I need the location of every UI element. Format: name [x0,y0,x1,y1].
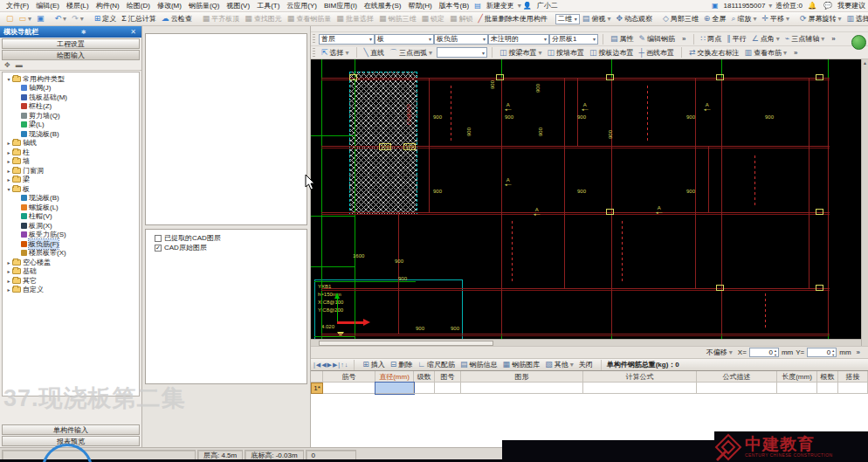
drag-handle[interactable] [313,34,315,44]
rebar-关闭[interactable]: 关闭 [576,359,596,370]
tree-expander[interactable]: ▸ [5,158,12,164]
view-select-floor[interactable]: ▥选择楼层 [844,13,868,24]
tree-expander[interactable]: ▸ [5,149,12,155]
ribbon-dropdown-板[interactable]: 板▾ [375,34,434,45]
rebar-缩尺配筋[interactable]: ∟缩尺配筋 [415,359,458,370]
tree-expander[interactable]: ▸ [5,168,12,174]
place-按梁布置[interactable]: ◫按梁布置▾ [497,47,545,59]
overflow-chevron[interactable]: » [682,35,685,43]
col-图形[interactable]: 图形 [461,371,583,383]
tree-expander[interactable]: ▾ [5,76,12,82]
tree-item-其它[interactable]: ▸其它 [3,276,139,286]
col-搭接[interactable]: 搭接 [838,371,868,383]
toolbar-new[interactable]: ▢ [3,14,17,24]
coordbar-overflow[interactable]: » [857,348,860,356]
select-tool-button[interactable]: ⇱选择▾ [319,47,352,59]
cell-长度(mm)[interactable] [777,383,817,394]
account-phone[interactable]: 18111955007 [724,2,766,10]
menu-在线服务(S)[interactable]: 在线服务(S) [361,2,405,10]
tree-expander[interactable]: ▸ [5,268,12,274]
cell-根数[interactable] [817,383,838,394]
menu-云应用(Y)[interactable]: 云应用(Y) [283,2,320,10]
menu-版本号(B)[interactable]: 版本号(B) [436,2,473,10]
tree-item-轴线[interactable]: ▸轴线 [3,139,139,148]
nav-▶|[interactable]: ▶| [333,362,341,368]
cell-计算公式[interactable] [583,383,697,394]
assistant-floating-button[interactable] [851,35,866,50]
layer-row-CAD原始图层[interactable]: ✓CAD原始图层 [148,243,305,252]
view-full-screen[interactable]: ⊕全屏 [701,13,729,24]
rebar-插入[interactable]: ⊞插入 [360,359,388,370]
rebar-其他[interactable]: ▧其他▾ [542,359,576,370]
pin-icon[interactable]: ∗ [79,28,88,36]
col-级数[interactable]: 级数 [414,371,435,383]
cell-筋号[interactable] [323,383,375,394]
rebar-钢筋图库[interactable]: ▦钢筋图库 [500,359,543,370]
toolbar-align-slab-top[interactable]: ▦平齐板顶 [200,13,243,24]
nav-↓[interactable]: ↓ [345,362,349,368]
place-画线布置[interactable]: ┼画线布置 [637,47,677,59]
single-component-input-button[interactable]: 单构件输入 [2,424,140,435]
axis-两点[interactable]: ∷两点 [699,33,725,45]
overflow-chevron-3[interactable]: » [794,49,797,57]
tree-expander[interactable]: ▸ [5,278,12,284]
tree-item-螺旋板(L)[interactable]: 螺旋板(L) [3,203,139,212]
tree-item-基础[interactable]: ▸基础 [3,267,139,277]
view-pan[interactable]: ✛平移▾ [759,13,792,24]
tree-item-柱[interactable]: ▸柱 [3,148,139,157]
toolbar-rebar-3d[interactable]: ▦钢筋三维 [376,13,419,24]
cell-级数[interactable] [414,383,435,394]
axis-点角[interactable]: ∠点角▾ [749,33,782,45]
row-header[interactable]: 1* [311,383,323,394]
tree-item-轴网(J)[interactable]: 轴网(J) [3,84,139,93]
tree-item-柱帽(V)[interactable]: 柱帽(V) [3,212,139,222]
tree-item-楼层板带(X)[interactable]: 楼层板带(X) [3,249,139,259]
close-icon[interactable]: ✕ [128,28,138,36]
place-按墙布置[interactable]: ◫按墙布置 [545,47,588,59]
place-按板边布置[interactable]: ◫按板边布置 [587,47,637,59]
menu-钢筋量(Q)[interactable]: 钢筋量(Q) [185,2,224,10]
menu-修改(M)[interactable]: 修改(M) [154,2,185,10]
tree-expander[interactable]: ▸ [5,140,12,146]
toolbar-define[interactable]: ⊞定义 [92,13,120,24]
move-icon[interactable]: ✥ [4,61,10,69]
chat-icon[interactable]: 💬 [823,2,832,10]
ribbon-编辑钢筋[interactable]: ✎编辑钢筋 [637,33,679,45]
tree-item-框柱(Z)[interactable]: 框柱(Z) [3,102,139,112]
cell-搭接[interactable] [838,383,868,394]
toolbar-lock[interactable]: ▦锁定 [418,13,447,24]
col-计算公式[interactable]: 计算公式 [583,371,697,383]
ribbon-dropdown-分层板1[interactable]: 分层板1▾ [549,34,598,45]
extra-查看布筋[interactable]: ▥查看布筋▾ [742,47,790,59]
ribbon-属性[interactable]: ▤属性 [608,33,637,45]
col-图号[interactable]: 图号 [435,371,461,383]
extra-交换左右标注[interactable]: ⇄交换左右标注 [686,47,742,59]
canvas-hscrollbar[interactable] [311,339,861,346]
tree-item-板[interactable]: ▾板 [3,184,139,194]
overflow-chevron-2[interactable]: » [831,35,835,43]
layer-checkbox[interactable]: ✓ [155,245,162,252]
tree-expander[interactable]: ▸ [5,286,12,293]
draw-三点画弧[interactable]: ⌒三点画弧▾ [387,47,435,59]
suggest-button[interactable]: 我要建议 [837,1,865,10]
tree-item-现浇板(B)[interactable]: 现浇板(B) [3,129,139,139]
tree-item-梁(L)[interactable]: 梁(L) [3,121,139,130]
layer-checkbox[interactable] [155,235,162,242]
axis-平行[interactable]: ∥平行 [724,33,749,45]
tree-expander[interactable]: ▸ [5,259,12,265]
tree-item-自定义[interactable]: ▸自定义 [3,286,139,295]
toolbar-save[interactable]: ▣ [34,14,47,24]
toolbar-cloud-check[interactable]: ☁云检查 [159,13,195,24]
y-input[interactable]: 0▲▼ [807,348,837,357]
col-长度(mm)[interactable]: 长度(mm) [777,371,817,383]
x-input[interactable]: 0▲▼ [749,348,779,357]
col-公式描述[interactable]: 公式描述 [697,371,777,383]
menu-视图(V)[interactable]: 视图(V) [223,2,253,10]
menu-文件(F)[interactable]: 文件(F) [3,2,32,10]
toolbar-batch-select[interactable]: ▦批量选择 [334,13,376,24]
menu-编辑(E)[interactable]: 编辑(E) [32,2,63,10]
tree-item-门窗洞[interactable]: ▸门窗洞 [3,166,139,176]
offset-dropdown[interactable]: 不偏移▾ [704,347,735,358]
cell-公式描述[interactable] [697,383,777,394]
toolbar-batch-delete-unused[interactable]: ╱批量删除未使用构件 [475,13,549,24]
